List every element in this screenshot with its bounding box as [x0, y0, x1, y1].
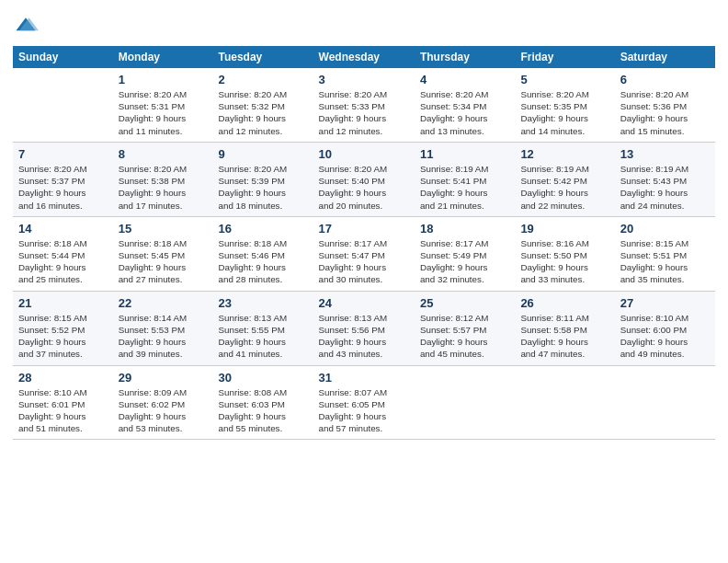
calendar-week-row: 1Sunrise: 8:20 AM Sunset: 5:31 PM Daylig…	[13, 68, 715, 142]
day-number: 12	[520, 147, 609, 161]
day-info: Sunrise: 8:20 AM Sunset: 5:37 PM Dayligh…	[18, 163, 108, 212]
day-info: Sunrise: 8:10 AM Sunset: 6:00 PM Dayligh…	[620, 312, 710, 361]
day-number: 19	[520, 222, 609, 236]
day-number: 22	[119, 296, 208, 310]
day-info: Sunrise: 8:20 AM Sunset: 5:40 PM Dayligh…	[319, 163, 409, 212]
day-info: Sunrise: 8:15 AM Sunset: 5:52 PM Dayligh…	[18, 312, 108, 361]
day-info: Sunrise: 8:18 AM Sunset: 5:45 PM Dayligh…	[119, 237, 208, 286]
day-info: Sunrise: 8:20 AM Sunset: 5:38 PM Dayligh…	[119, 163, 208, 212]
page-container: SundayMondayTuesdayWednesdayThursdayFrid…	[0, 0, 728, 449]
day-number: 21	[18, 296, 108, 310]
calendar-week-row: 14Sunrise: 8:18 AM Sunset: 5:44 PM Dayli…	[13, 216, 715, 291]
day-number: 14	[18, 222, 108, 236]
day-info: Sunrise: 8:14 AM Sunset: 5:53 PM Dayligh…	[119, 312, 208, 361]
day-number: 25	[420, 296, 509, 310]
calendar-cell: 22Sunrise: 8:14 AM Sunset: 5:53 PM Dayli…	[113, 291, 213, 365]
calendar-cell: 7Sunrise: 8:20 AM Sunset: 5:37 PM Daylig…	[13, 142, 113, 216]
day-number: 10	[319, 147, 409, 161]
calendar-cell: 12Sunrise: 8:19 AM Sunset: 5:42 PM Dayli…	[515, 142, 614, 216]
day-number: 15	[119, 222, 208, 236]
day-info: Sunrise: 8:09 AM Sunset: 6:02 PM Dayligh…	[119, 386, 208, 435]
day-number: 9	[219, 147, 308, 161]
calendar-cell: 8Sunrise: 8:20 AM Sunset: 5:38 PM Daylig…	[113, 142, 213, 216]
day-number: 26	[520, 296, 609, 310]
weekday-header: Sunday	[13, 46, 113, 68]
day-number: 8	[119, 147, 208, 161]
calendar-cell: 19Sunrise: 8:16 AM Sunset: 5:50 PM Dayli…	[515, 216, 614, 291]
day-info: Sunrise: 8:07 AM Sunset: 6:05 PM Dayligh…	[319, 386, 409, 435]
calendar-cell: 27Sunrise: 8:10 AM Sunset: 6:00 PM Dayli…	[615, 291, 715, 365]
weekday-header: Friday	[515, 46, 614, 68]
logo	[13, 13, 40, 39]
calendar-cell: 11Sunrise: 8:19 AM Sunset: 5:41 PM Dayli…	[415, 142, 515, 216]
day-info: Sunrise: 8:19 AM Sunset: 5:42 PM Dayligh…	[520, 163, 609, 212]
day-number: 5	[520, 73, 609, 86]
day-info: Sunrise: 8:20 AM Sunset: 5:36 PM Dayligh…	[620, 88, 710, 137]
calendar-table: SundayMondayTuesdayWednesdayThursdayFrid…	[13, 46, 715, 440]
day-info: Sunrise: 8:19 AM Sunset: 5:43 PM Dayligh…	[620, 163, 710, 212]
calendar-cell: 29Sunrise: 8:09 AM Sunset: 6:02 PM Dayli…	[113, 365, 213, 440]
day-info: Sunrise: 8:20 AM Sunset: 5:39 PM Dayligh…	[219, 163, 308, 212]
day-number: 18	[420, 222, 509, 236]
weekday-header: Saturday	[615, 46, 715, 68]
calendar-cell: 15Sunrise: 8:18 AM Sunset: 5:45 PM Dayli…	[113, 216, 213, 291]
weekday-header: Monday	[113, 46, 213, 68]
calendar-cell	[13, 68, 113, 142]
calendar-cell: 20Sunrise: 8:15 AM Sunset: 5:51 PM Dayli…	[615, 216, 715, 291]
calendar-cell	[515, 365, 614, 440]
day-info: Sunrise: 8:12 AM Sunset: 5:57 PM Dayligh…	[420, 312, 509, 361]
day-number: 7	[18, 147, 108, 161]
day-info: Sunrise: 8:17 AM Sunset: 5:49 PM Dayligh…	[420, 237, 509, 286]
day-number: 4	[420, 73, 509, 86]
day-info: Sunrise: 8:13 AM Sunset: 5:55 PM Dayligh…	[219, 312, 308, 361]
logo-icon	[13, 13, 39, 39]
day-number: 11	[420, 147, 509, 161]
calendar-cell: 16Sunrise: 8:18 AM Sunset: 5:46 PM Dayli…	[213, 216, 313, 291]
day-info: Sunrise: 8:18 AM Sunset: 5:46 PM Dayligh…	[219, 237, 308, 286]
weekday-header: Wednesday	[313, 46, 415, 68]
calendar-cell: 4Sunrise: 8:20 AM Sunset: 5:34 PM Daylig…	[415, 68, 515, 142]
day-number: 13	[620, 147, 710, 161]
day-info: Sunrise: 8:17 AM Sunset: 5:47 PM Dayligh…	[319, 237, 409, 286]
day-number: 3	[319, 73, 409, 86]
day-info: Sunrise: 8:20 AM Sunset: 5:31 PM Dayligh…	[119, 88, 208, 137]
calendar-cell: 1Sunrise: 8:20 AM Sunset: 5:31 PM Daylig…	[113, 68, 213, 142]
day-info: Sunrise: 8:16 AM Sunset: 5:50 PM Dayligh…	[520, 237, 609, 286]
day-number: 27	[620, 296, 710, 310]
calendar-cell: 26Sunrise: 8:11 AM Sunset: 5:58 PM Dayli…	[515, 291, 614, 365]
weekday-header: Tuesday	[213, 46, 313, 68]
weekday-header: Thursday	[415, 46, 515, 68]
calendar-cell: 23Sunrise: 8:13 AM Sunset: 5:55 PM Dayli…	[213, 291, 313, 365]
day-number: 29	[119, 371, 208, 385]
day-number: 20	[620, 222, 710, 236]
calendar-cell: 13Sunrise: 8:19 AM Sunset: 5:43 PM Dayli…	[615, 142, 715, 216]
weekday-header-row: SundayMondayTuesdayWednesdayThursdayFrid…	[13, 46, 715, 68]
header	[13, 9, 715, 39]
day-info: Sunrise: 8:08 AM Sunset: 6:03 PM Dayligh…	[219, 386, 308, 435]
calendar-cell: 6Sunrise: 8:20 AM Sunset: 5:36 PM Daylig…	[615, 68, 715, 142]
day-info: Sunrise: 8:20 AM Sunset: 5:34 PM Dayligh…	[420, 88, 509, 137]
day-number: 31	[319, 371, 409, 385]
calendar-cell: 14Sunrise: 8:18 AM Sunset: 5:44 PM Dayli…	[13, 216, 113, 291]
calendar-cell: 2Sunrise: 8:20 AM Sunset: 5:32 PM Daylig…	[213, 68, 313, 142]
day-number: 17	[319, 222, 409, 236]
day-number: 1	[119, 73, 208, 86]
calendar-cell: 17Sunrise: 8:17 AM Sunset: 5:47 PM Dayli…	[313, 216, 415, 291]
day-number: 2	[219, 73, 308, 86]
calendar-cell: 24Sunrise: 8:13 AM Sunset: 5:56 PM Dayli…	[313, 291, 415, 365]
day-info: Sunrise: 8:20 AM Sunset: 5:35 PM Dayligh…	[520, 88, 609, 137]
day-info: Sunrise: 8:19 AM Sunset: 5:41 PM Dayligh…	[420, 163, 509, 212]
calendar-cell: 5Sunrise: 8:20 AM Sunset: 5:35 PM Daylig…	[515, 68, 614, 142]
calendar-cell: 21Sunrise: 8:15 AM Sunset: 5:52 PM Dayli…	[13, 291, 113, 365]
day-number: 24	[319, 296, 409, 310]
day-number: 23	[219, 296, 308, 310]
day-info: Sunrise: 8:11 AM Sunset: 5:58 PM Dayligh…	[520, 312, 609, 361]
calendar-cell: 31Sunrise: 8:07 AM Sunset: 6:05 PM Dayli…	[313, 365, 415, 440]
calendar-cell: 28Sunrise: 8:10 AM Sunset: 6:01 PM Dayli…	[13, 365, 113, 440]
calendar-cell: 3Sunrise: 8:20 AM Sunset: 5:33 PM Daylig…	[313, 68, 415, 142]
day-number: 30	[219, 371, 308, 385]
calendar-cell: 25Sunrise: 8:12 AM Sunset: 5:57 PM Dayli…	[415, 291, 515, 365]
calendar-cell: 10Sunrise: 8:20 AM Sunset: 5:40 PM Dayli…	[313, 142, 415, 216]
day-number: 16	[219, 222, 308, 236]
day-info: Sunrise: 8:20 AM Sunset: 5:32 PM Dayligh…	[219, 88, 308, 137]
